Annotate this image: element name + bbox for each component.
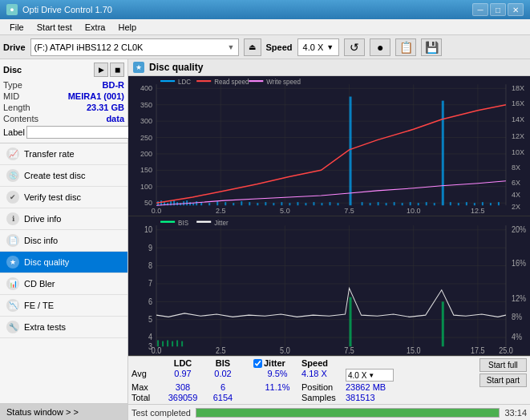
svg-rect-80 (378, 202, 379, 205)
col-jitter-header: Jitter (264, 358, 285, 368)
svg-text:100: 100 (140, 183, 152, 191)
svg-rect-81 (386, 203, 387, 205)
svg-rect-88 (450, 202, 451, 205)
disc-label-input[interactable] (26, 126, 133, 139)
svg-text:BIS: BIS (178, 218, 188, 227)
disc-row-mid: MID MEIRA1 (001) (3, 91, 124, 101)
svg-rect-74 (313, 202, 314, 205)
svg-text:7.5: 7.5 (344, 345, 354, 355)
svg-rect-72 (297, 202, 298, 205)
speed-selector[interactable]: 4.0 X ▼ (297, 38, 340, 56)
stats-footer: LDC BIS Jitter Speed Avg 0.97 (128, 356, 530, 404)
svg-rect-65 (241, 201, 242, 205)
disc-row-length: Length 23.31 GB (3, 103, 124, 112)
max-jitter: 11.1% (253, 382, 301, 392)
col-bis-header: BIS (204, 358, 242, 368)
nav-item-fe-te[interactable]: 📉 FE / TE (0, 295, 127, 317)
nav-item-transfer-rate[interactable]: 📈 Transfer rate (0, 143, 127, 165)
svg-rect-132 (196, 220, 211, 222)
svg-rect-59 (442, 101, 444, 206)
samples-val: 381513 (346, 393, 394, 402)
minimize-button[interactable]: ─ (472, 3, 488, 16)
svg-rect-77 (338, 203, 339, 205)
svg-rect-58 (350, 97, 352, 206)
verify-test-disc-icon: ✔ (6, 191, 19, 204)
nav-item-disc-quality[interactable]: ★ Disc quality (0, 252, 127, 273)
drive-selector[interactable]: (F:) ATAPI iHBS112 2 CL0K ▼ (30, 38, 239, 56)
maximize-button[interactable]: □ (490, 3, 506, 16)
nav-item-verify-test-disc[interactable]: ✔ Verify test disc (0, 187, 127, 208)
start-full-button[interactable]: Start full (479, 358, 527, 372)
record-button[interactable]: ● (370, 38, 390, 56)
nav-item-extra-tests[interactable]: 🔧 Extra tests (0, 317, 127, 338)
transfer-rate-icon: 📈 (6, 147, 19, 160)
svg-text:12%: 12% (512, 293, 527, 303)
svg-text:350: 350 (140, 101, 152, 109)
jitter-checkbox[interactable] (253, 359, 262, 368)
status-text: Test completed (131, 408, 191, 418)
svg-text:Write speed: Write speed (266, 79, 301, 86)
avg-ldc: 0.97 (162, 369, 204, 382)
svg-rect-94 (498, 202, 500, 205)
svg-rect-86 (426, 202, 427, 205)
avg-jitter: 9.5% (253, 369, 301, 382)
svg-rect-95 (128, 216, 530, 356)
jitter-checkbox-row: Jitter (253, 358, 301, 368)
svg-text:6: 6 (148, 297, 152, 306)
copy-button[interactable]: 📋 (395, 38, 416, 56)
svg-rect-0 (128, 76, 530, 216)
cd-bler-icon: 📊 (6, 277, 19, 290)
nav-item-disc-info[interactable]: 📄 Disc info (0, 230, 127, 252)
svg-text:7.5: 7.5 (344, 207, 354, 215)
svg-text:10X: 10X (512, 148, 524, 156)
svg-rect-79 (370, 203, 371, 205)
disc-icon-btn-1[interactable]: ▶ (94, 63, 108, 77)
disc-quality-icon: ★ (6, 256, 19, 269)
chart1-svg: 400 350 300 250 200 150 100 50 18X 16X 1… (128, 76, 530, 216)
svg-rect-134 (157, 340, 159, 346)
nav-item-cd-bler[interactable]: 📊 CD Bler (0, 273, 127, 295)
save-button[interactable]: 💾 (421, 38, 442, 56)
nav-item-create-test-disc[interactable]: 💿 Create test disc (0, 165, 127, 187)
nav-items: 📈 Transfer rate 💿 Create test disc ✔ Ver… (0, 143, 127, 403)
svg-rect-83 (402, 203, 403, 205)
svg-rect-139 (181, 341, 183, 346)
content-title: Disc quality (149, 62, 203, 73)
total-bis: 6154 (204, 393, 242, 402)
svg-text:4%: 4% (512, 332, 522, 341)
svg-text:12X: 12X (512, 131, 524, 139)
svg-rect-87 (434, 203, 435, 205)
svg-text:5.0: 5.0 (280, 345, 290, 355)
start-part-button[interactable]: Start part (479, 374, 527, 387)
nav-item-drive-info[interactable]: ℹ Drive info (0, 208, 127, 230)
svg-text:Read speed: Read speed (214, 79, 249, 86)
drive-info-icon: ℹ (6, 212, 19, 225)
svg-text:4X: 4X (512, 191, 520, 199)
col-empty (131, 358, 162, 368)
disc-info-icon: 📄 (6, 234, 19, 247)
svg-rect-50 (173, 200, 175, 205)
svg-text:50: 50 (144, 199, 152, 207)
refresh-button[interactable]: ↺ (344, 38, 365, 56)
eject-button[interactable]: ⏏ (244, 38, 261, 56)
menu-start-test[interactable]: Start test (30, 21, 79, 34)
create-test-disc-icon: 💿 (6, 169, 19, 182)
content-header: ★ Disc quality (128, 59, 530, 76)
svg-text:9: 9 (148, 243, 152, 252)
svg-text:8%: 8% (512, 312, 522, 321)
status-window-button[interactable]: Status window > > (0, 403, 127, 420)
speed-sel-value: 4.0 X (348, 371, 366, 380)
sidebar: Disc ▶ ◼ Type BD-R MID MEIRA1 (001) Leng… (0, 59, 128, 420)
svg-rect-140 (350, 297, 352, 346)
menu-file[interactable]: File (3, 21, 30, 34)
svg-rect-141 (442, 301, 444, 346)
svg-text:8: 8 (148, 260, 152, 270)
svg-text:10.0: 10.0 (407, 207, 421, 215)
menu-help[interactable]: Help (111, 21, 143, 34)
position-val: 23862 MB (346, 382, 394, 392)
menu-extra[interactable]: Extra (79, 21, 112, 34)
disc-icon-btn-2[interactable]: ◼ (110, 63, 124, 77)
time-display: 33:14 (504, 408, 527, 418)
close-button[interactable]: ✕ (508, 3, 524, 16)
svg-text:200: 200 (140, 150, 152, 158)
